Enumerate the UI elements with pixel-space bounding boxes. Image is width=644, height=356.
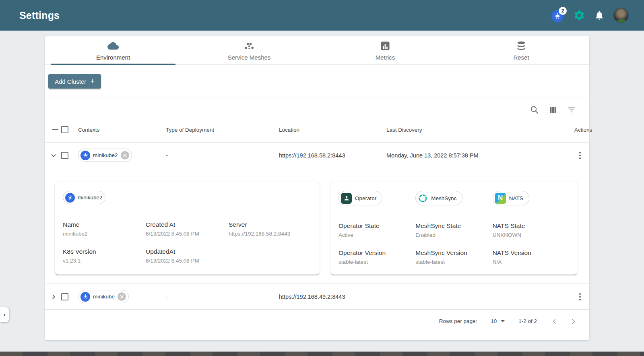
- meshsync-chip[interactable]: MeshSync: [415, 191, 462, 205]
- database-reset-icon: [516, 40, 527, 52]
- tab-reset-label: Reset: [513, 54, 529, 61]
- tab-metrics-label: Metrics: [376, 54, 395, 61]
- next-page-button[interactable]: [569, 317, 577, 325]
- chip-delete-icon[interactable]: ✕: [121, 151, 129, 159]
- context-count-badge: 2: [559, 7, 567, 15]
- select-all-checkbox[interactable]: [61, 126, 68, 133]
- nats-chip-label: NATS: [509, 195, 523, 201]
- nats-icon: N: [495, 193, 506, 204]
- table-row-minikube: minikube ✕ - https://192.168.49.2:8443: [45, 284, 589, 309]
- table-toolbar: [45, 97, 589, 117]
- sidebar-collapse-handle[interactable]: ‹: [0, 307, 9, 322]
- context-chip-minikube2[interactable]: minikube2 ✕: [78, 149, 132, 162]
- kubernetes-contexts-button[interactable]: 2: [551, 8, 564, 22]
- bell-icon: [594, 10, 605, 21]
- chip-delete-icon[interactable]: ✕: [118, 292, 126, 301]
- table-pagination: Rows per page: 10 1-2 of 2: [45, 309, 589, 333]
- col-last-discovery: Last Discovery: [386, 127, 529, 133]
- collapse-row-button[interactable]: [49, 151, 61, 160]
- chevron-left-icon: ‹: [4, 312, 5, 318]
- row-checkbox[interactable]: [61, 293, 68, 300]
- view-columns-icon: [548, 105, 558, 115]
- field-k8s-version: K8s Version v1.23.1: [63, 248, 146, 264]
- cluster-details-card: minikube2 Name minikube2 Created At 6/13…: [54, 182, 320, 275]
- chevron-right-icon: [49, 292, 58, 301]
- kubernetes-icon: [80, 292, 90, 302]
- chevron-right-icon: [569, 317, 577, 325]
- field-nats-state: NATS State UNKNOWN: [493, 222, 570, 238]
- filter-button[interactable]: [566, 104, 577, 116]
- field-name: Name minikube2: [63, 221, 146, 237]
- nats-chip[interactable]: N NATS: [493, 191, 529, 205]
- gear-icon: [573, 9, 585, 21]
- caret-down-icon: [501, 320, 505, 322]
- field-nats-version: NATS Version N/A: [493, 249, 570, 265]
- col-location: Location: [279, 127, 386, 133]
- metrics-chart-icon: [380, 40, 391, 52]
- kubernetes-icon: [80, 151, 90, 160]
- rows-per-page-label: Rows per page:: [439, 318, 477, 324]
- cell-type-of-deployment: -: [166, 294, 279, 300]
- col-contexts: Contexts: [78, 127, 166, 133]
- cloud-icon: [107, 40, 119, 52]
- cell-last-discovery: Monday, June 13, 2022 8:57:38 PM: [386, 152, 529, 159]
- table-header-row: Contexts Type of Deployment Location Las…: [45, 117, 589, 142]
- pagination-range: 1-2 of 2: [518, 318, 537, 324]
- tab-environment[interactable]: Environment: [45, 36, 181, 64]
- collapse-all-button[interactable]: [49, 129, 61, 130]
- actions-bar: Add Cluster +: [45, 65, 589, 97]
- field-created-at: Created At 6/13/2022 8:45:08 PM: [146, 221, 229, 237]
- kubernetes-icon: [65, 193, 75, 203]
- tab-environment-label: Environment: [96, 54, 130, 61]
- meshsync-icon: [418, 193, 428, 203]
- add-cluster-button[interactable]: Add Cluster +: [48, 74, 101, 89]
- row-checkbox[interactable]: [61, 152, 68, 159]
- plus-icon: +: [90, 78, 95, 85]
- row-actions-menu-button[interactable]: [574, 150, 586, 161]
- filter-icon: [567, 105, 576, 115]
- row-actions-menu-button[interactable]: [574, 292, 586, 302]
- cell-location: https://192.168.58.2:8443: [279, 152, 386, 159]
- previous-page-button[interactable]: [551, 317, 559, 325]
- cell-type-of-deployment: -: [166, 152, 279, 159]
- settings-tabbar: Environment Service Meshes Metrics: [45, 36, 589, 65]
- settings-card: Environment Service Meshes Metrics: [45, 36, 589, 340]
- add-cluster-label: Add Cluster: [55, 78, 86, 85]
- field-meshsync-state: MeshSync State Enabled: [415, 222, 492, 238]
- col-type-of-deployment: Type of Deployment: [166, 127, 279, 133]
- operator-details-card: Operator MeshSync: [330, 182, 578, 275]
- service-mesh-icon: [244, 40, 255, 52]
- operator-icon: [341, 193, 352, 204]
- rows-per-page-select[interactable]: 10: [491, 318, 505, 324]
- chevron-left-icon: [551, 317, 559, 325]
- operator-chip[interactable]: Operator: [339, 191, 382, 205]
- search-icon: [530, 105, 539, 115]
- context-chip-label: minikube: [93, 294, 115, 300]
- minus-icon: [52, 129, 58, 130]
- settings-gear-button[interactable]: [573, 9, 585, 21]
- cluster-chip-label: minikube2: [78, 195, 103, 201]
- app-header: Settings 2: [0, 0, 644, 31]
- expand-row-button[interactable]: [49, 292, 61, 301]
- tab-service-meshes[interactable]: Service Meshes: [181, 36, 317, 64]
- context-chip-label: minikube2: [93, 152, 118, 158]
- header-actions: 2: [551, 8, 629, 23]
- context-chip-minikube[interactable]: minikube ✕: [78, 290, 129, 303]
- chevron-down-icon: [49, 151, 58, 160]
- view-columns-button[interactable]: [547, 104, 559, 116]
- cell-location: https://192.168.49.2:8443: [279, 294, 386, 300]
- tab-reset[interactable]: Reset: [453, 36, 589, 64]
- page-title: Settings: [19, 10, 60, 21]
- tab-service-meshes-label: Service Meshes: [228, 54, 271, 61]
- col-actions: Actions: [529, 127, 592, 133]
- user-avatar[interactable]: [613, 8, 629, 23]
- tab-metrics[interactable]: Metrics: [317, 36, 453, 64]
- table-body: minikube2 ✕ - https://192.168.58.2:8443 …: [45, 142, 589, 333]
- field-operator-version: Operator Version stable-latest: [339, 249, 415, 265]
- screen-bottom-edge: [0, 352, 644, 356]
- search-button[interactable]: [529, 104, 540, 116]
- cluster-chip-minikube2[interactable]: minikube2: [63, 191, 105, 204]
- expanded-row-details: minikube2 Name minikube2 Created At 6/13…: [45, 168, 589, 284]
- operator-chip-label: Operator: [355, 195, 376, 201]
- notifications-bell-button[interactable]: [594, 10, 605, 21]
